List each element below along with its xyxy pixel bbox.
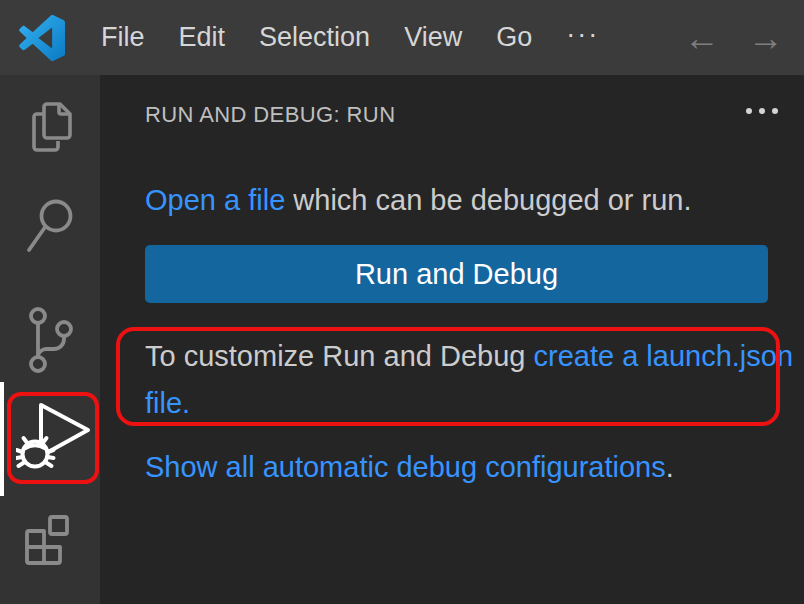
menu-edit[interactable]: Edit: [162, 18, 243, 57]
run-and-debug-button[interactable]: Run and Debug: [145, 245, 768, 303]
vscode-window: File Edit Selection View Go ··· ← →: [0, 0, 804, 604]
open-file-paragraph: Open a file which can be debugged or run…: [145, 180, 785, 220]
search-icon[interactable]: [25, 197, 77, 255]
customize-text: To customize Run and Debug: [145, 340, 534, 372]
customize-paragraph: To customize Run and Debug create a laun…: [145, 333, 795, 427]
period-text: .: [666, 451, 674, 483]
open-a-file-link[interactable]: Open a file: [145, 184, 285, 216]
run-and-debug-icon[interactable]: [16, 397, 92, 477]
title-bar: File Edit Selection View Go ··· ← →: [0, 0, 804, 75]
active-view-indicator: [0, 382, 4, 496]
extensions-icon[interactable]: [22, 513, 80, 579]
run-and-debug-panel: RUN AND DEBUG: RUN Open a file which can…: [100, 75, 804, 604]
activity-bar: [0, 75, 100, 604]
menu-more-icon[interactable]: ···: [549, 21, 616, 54]
vscode-logo: [0, 15, 84, 61]
menu-view[interactable]: View: [387, 18, 479, 57]
navigate-forward-icon[interactable]: →: [746, 20, 786, 56]
show-configurations-paragraph: Show all automatic debug configurations.: [145, 447, 785, 487]
open-file-text: which can be debugged or run.: [285, 184, 691, 216]
vscode-logo-icon: [19, 15, 65, 61]
panel-title: RUN AND DEBUG: RUN: [145, 102, 395, 128]
menu-go[interactable]: Go: [479, 18, 549, 57]
views-more-actions-icon[interactable]: [746, 108, 778, 114]
explorer-files-icon[interactable]: [25, 100, 75, 154]
show-debug-configurations-link[interactable]: Show all automatic debug configurations: [145, 451, 666, 483]
navigate-back-icon[interactable]: ←: [682, 20, 722, 56]
source-control-icon[interactable]: [25, 303, 77, 377]
menu-selection[interactable]: Selection: [242, 18, 387, 57]
menu-file[interactable]: File: [84, 18, 162, 57]
